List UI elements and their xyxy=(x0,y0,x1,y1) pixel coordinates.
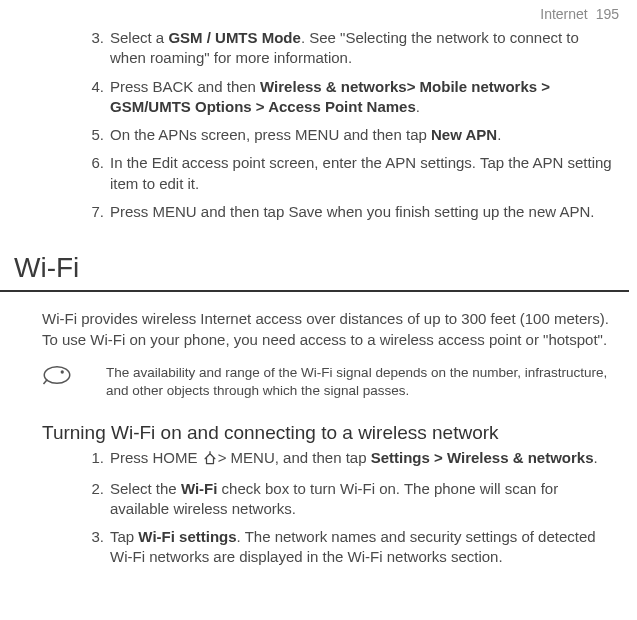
list-item: 1. Press HOME > MENU, and then tap Setti… xyxy=(84,448,617,470)
item-text: In the Edit access point screen, enter t… xyxy=(110,153,617,194)
item-number: 3. xyxy=(84,28,104,69)
note-icon xyxy=(42,364,86,400)
item-number: 6. xyxy=(84,153,104,194)
item-number: 3. xyxy=(84,527,104,568)
list-item: 3. Select a GSM / UMTS Mode. See "Select… xyxy=(84,28,617,69)
list-item: 4. Press BACK and then Wireless & networ… xyxy=(84,77,617,118)
ordered-list-wifi: 1. Press HOME > MENU, and then tap Setti… xyxy=(0,448,637,567)
page-header: Internet 195 xyxy=(540,6,619,22)
list-item: 2. Select the Wi-Fi check box to turn Wi… xyxy=(84,479,617,520)
wifi-subheading: Turning Wi-Fi on and connecting to a wir… xyxy=(0,422,637,444)
home-icon xyxy=(203,450,217,470)
section-title-wifi: Wi-Fi xyxy=(0,252,629,292)
page-content: 3. Select a GSM / UMTS Mode. See "Select… xyxy=(0,0,637,568)
item-number: 1. xyxy=(84,448,104,470)
svg-point-1 xyxy=(61,370,64,373)
item-text: On the APNs screen, press MENU and then … xyxy=(110,125,617,145)
list-item: 5. On the APNs screen, press MENU and th… xyxy=(84,125,617,145)
header-section: Internet xyxy=(540,6,587,22)
item-text: Press HOME > MENU, and then tap Settings… xyxy=(110,448,617,470)
item-number: 4. xyxy=(84,77,104,118)
item-text: Select a GSM / UMTS Mode. See "Selecting… xyxy=(110,28,617,69)
item-text: Press MENU and then tap Save when you fi… xyxy=(110,202,617,222)
header-page-num: 195 xyxy=(596,6,619,22)
note-block: The availability and range of the Wi-Fi … xyxy=(0,364,637,400)
item-text: Select the Wi-Fi check box to turn Wi-Fi… xyxy=(110,479,617,520)
item-number: 2. xyxy=(84,479,104,520)
list-item: 6. In the Edit access point screen, ente… xyxy=(84,153,617,194)
item-text: Press BACK and then Wireless & networks>… xyxy=(110,77,617,118)
item-number: 5. xyxy=(84,125,104,145)
item-number: 7. xyxy=(84,202,104,222)
item-text: Tap Wi-Fi settings. The network names an… xyxy=(110,527,617,568)
note-text: The availability and range of the Wi-Fi … xyxy=(86,364,619,400)
wifi-intro: Wi-Fi provides wireless Internet access … xyxy=(0,292,637,350)
svg-point-0 xyxy=(44,367,70,384)
list-item: 7. Press MENU and then tap Save when you… xyxy=(84,202,617,222)
ordered-list-top: 3. Select a GSM / UMTS Mode. See "Select… xyxy=(0,28,637,222)
list-item: 3. Tap Wi-Fi settings. The network names… xyxy=(84,527,617,568)
